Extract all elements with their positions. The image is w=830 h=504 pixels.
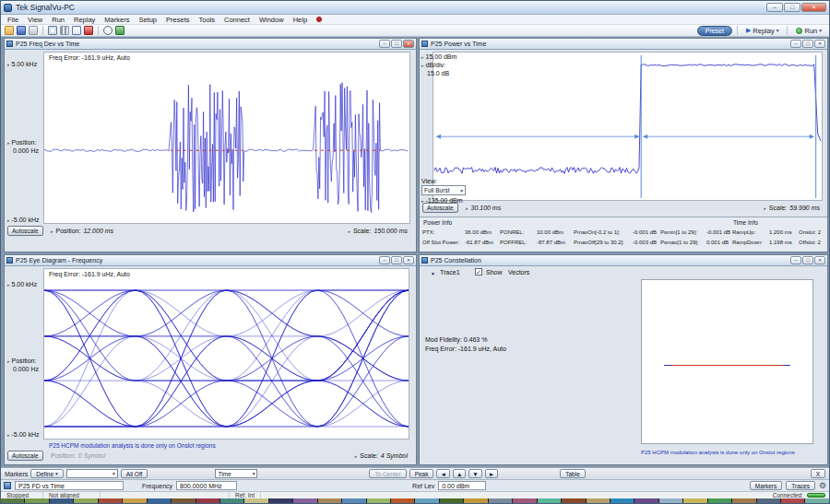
panel-maximize-button[interactable]: □ <box>802 256 813 264</box>
show-checkbox[interactable]: ✓ <box>475 268 482 275</box>
panel-minimize-button[interactable]: – <box>790 40 801 48</box>
menu-tools[interactable]: Tools <box>194 15 219 24</box>
window-titlebar[interactable]: Tek SignalVu-PC – □ × <box>1 1 829 15</box>
measurement-selector[interactable]: P25 FD vs Time <box>15 481 124 490</box>
power-plot[interactable] <box>433 52 823 201</box>
panel-minimize-button[interactable]: – <box>379 256 390 264</box>
taskbar-thumbnail[interactable] <box>172 498 195 504</box>
taskbar-thumbnail[interactable] <box>732 498 755 504</box>
traces-panel-button[interactable]: Traces <box>786 481 815 490</box>
panel-maximize-button[interactable]: □ <box>391 40 402 48</box>
to-center-button[interactable]: To Center <box>369 469 406 478</box>
replay-button[interactable]: ▶ Replay ▾ <box>742 27 783 35</box>
freq-dev-titlebar[interactable]: P25 Freq Dev vs Time – □ × <box>5 39 416 50</box>
save-icon[interactable] <box>17 26 26 35</box>
menu-connect[interactable]: Connect <box>219 15 255 24</box>
panel-minimize-button[interactable]: – <box>790 256 801 264</box>
marker-table-button[interactable]: Table <box>560 469 586 478</box>
constellation-titlebar[interactable]: P25 Constellation – □ × <box>420 255 827 266</box>
marker-domain-dropdown[interactable]: Time▾ <box>215 469 257 478</box>
info-icon[interactable] <box>115 26 125 35</box>
print-icon[interactable] <box>29 26 38 35</box>
taskbar-thumbnail[interactable] <box>659 498 682 504</box>
panel-maximize-button[interactable]: □ <box>391 256 402 264</box>
prev-peak-button[interactable]: ◄ <box>436 469 449 478</box>
taskbar-thumbnail[interactable] <box>489 498 512 504</box>
panel-close-button[interactable]: × <box>403 40 414 48</box>
panel-maximize-button[interactable]: □ <box>802 40 813 48</box>
taskbar-thumbnail[interactable] <box>634 498 658 504</box>
menu-setup[interactable]: Setup <box>134 15 161 24</box>
autoscale-button[interactable]: Autoscale <box>7 226 43 236</box>
setup-icon[interactable] <box>60 26 69 35</box>
menu-replay[interactable]: Replay <box>69 15 100 24</box>
peak-lower-button[interactable]: ▼ <box>468 469 481 478</box>
constellation-plot[interactable] <box>641 279 813 444</box>
taskbar-thumbnail[interactable] <box>367 498 390 504</box>
taskbar-thumbnail[interactable] <box>464 498 487 504</box>
trace-expander-icon[interactable]: ▼ <box>431 271 435 276</box>
panel-close-button[interactable]: × <box>814 256 825 264</box>
preset-button[interactable]: Preset <box>697 26 732 36</box>
taskbar-thumbnail[interactable] <box>513 498 536 504</box>
taskbar-thumbnail[interactable] <box>1 498 24 504</box>
window-minimize-button[interactable]: – <box>766 3 783 12</box>
taskbar-thumbnail[interactable] <box>220 498 243 504</box>
eye-titlebar[interactable]: P25 Eye Diagram - Frequency – □ × <box>5 255 416 266</box>
taskbar-thumbnail[interactable] <box>74 498 97 504</box>
taskbar-thumbnail[interactable] <box>562 498 585 504</box>
taskbar-thumbnail[interactable] <box>123 498 146 504</box>
marker-icon[interactable] <box>84 26 93 35</box>
run-button[interactable]: Run ▾ <box>792 27 825 35</box>
vectors-label[interactable]: Vectors <box>508 269 529 275</box>
menu-view[interactable]: View <box>23 15 47 24</box>
taskbar-thumbnail[interactable] <box>318 498 341 504</box>
taskbar-thumbnail[interactable] <box>683 498 706 504</box>
taskbar-thumbnail[interactable] <box>293 498 316 504</box>
taskbar-thumbnail[interactable] <box>587 498 610 504</box>
ref-lev-input[interactable]: 0.00 dBm <box>438 481 486 490</box>
menu-help[interactable]: Help <box>289 15 312 24</box>
taskbar-thumbnail[interactable] <box>781 498 804 504</box>
eye-plot[interactable]: Freq Error: -161.9 uHz, Auto <box>43 268 409 440</box>
menu-presets[interactable]: Presets <box>161 15 194 24</box>
autoscale-button[interactable]: Autoscale <box>7 451 43 461</box>
autoscale-button[interactable]: Autoscale <box>422 203 458 213</box>
taskbar-thumbnail[interactable] <box>611 498 634 504</box>
markers-panel-button[interactable]: Markers <box>750 481 782 490</box>
open-icon[interactable] <box>5 26 14 35</box>
taskbar-thumbnail[interactable] <box>99 498 122 504</box>
peak-higher-button[interactable]: ▲ <box>453 469 466 478</box>
taskbar-thumbnail[interactable] <box>25 498 48 504</box>
menu-markers[interactable]: Markers <box>100 15 134 24</box>
panel-close-button[interactable]: × <box>403 256 414 264</box>
frequency-input[interactable]: 800.0000 MHz <box>176 481 237 490</box>
window-close-button[interactable]: × <box>801 3 826 12</box>
trace-label[interactable]: Trace1 <box>440 269 460 275</box>
panel-minimize-button[interactable]: – <box>379 40 390 48</box>
settings-gear-icon[interactable]: ⚙ <box>819 482 826 490</box>
taskbar-thumbnail[interactable] <box>415 498 438 504</box>
menu-run[interactable]: Run <box>47 15 69 24</box>
next-peak-button[interactable]: ► <box>485 469 498 478</box>
taskbar-thumbnail[interactable] <box>708 498 731 504</box>
taskbar-thumbnail[interactable] <box>538 498 561 504</box>
menu-file[interactable]: File <box>3 15 23 24</box>
all-off-button[interactable]: All Off <box>121 469 148 478</box>
taskbar-thumbnail[interactable] <box>50 498 73 504</box>
trace-icon[interactable] <box>72 26 81 35</box>
display-settings-icon[interactable] <box>48 26 57 35</box>
taskbar-thumbnail[interactable] <box>244 498 267 504</box>
taskbar-thumbnail[interactable] <box>440 498 463 504</box>
define-markers-button[interactable]: Define▾ <box>30 469 64 478</box>
panel-close-button[interactable]: × <box>814 40 825 48</box>
marker-select-dropdown[interactable]: ▾ <box>66 469 118 478</box>
markers-close-button[interactable]: X <box>811 469 825 478</box>
taskbar-thumbnail[interactable] <box>269 498 292 504</box>
power-titlebar[interactable]: P25 Power vs Time – □ × <box>420 39 827 50</box>
taskbar-thumbnail[interactable] <box>148 498 171 504</box>
taskbar-thumbnail[interactable] <box>196 498 219 504</box>
peak-button[interactable]: Peak <box>409 469 434 478</box>
taskbar-thumbnail[interactable] <box>805 498 828 504</box>
taskbar-thumbnail[interactable] <box>391 498 414 504</box>
